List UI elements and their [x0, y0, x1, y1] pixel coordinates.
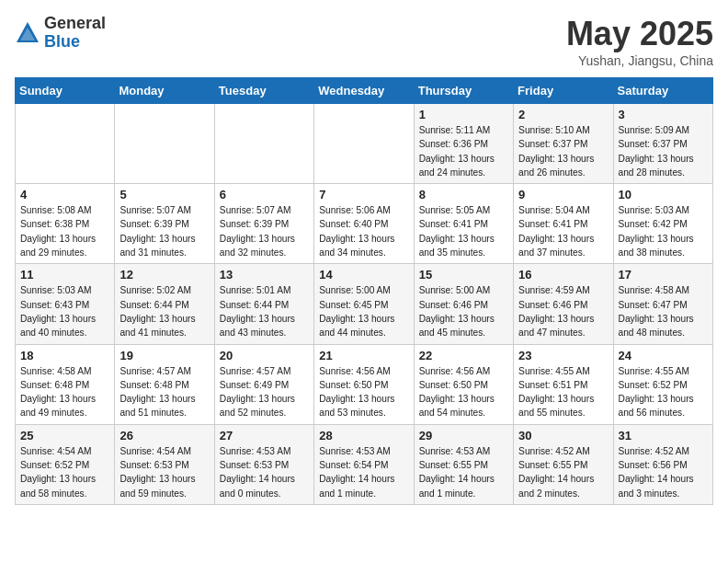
day-info: Sunrise: 5:11 AM Sunset: 6:36 PM Dayligh…: [419, 123, 508, 179]
day-info: Sunrise: 4:54 AM Sunset: 6:52 PM Dayligh…: [20, 444, 109, 500]
calendar-cell: 12Sunrise: 5:02 AM Sunset: 6:44 PM Dayli…: [115, 264, 214, 344]
day-number: 22: [419, 349, 508, 362]
logo-general: General: [44, 15, 106, 33]
day-info: Sunrise: 4:56 AM Sunset: 6:50 PM Dayligh…: [319, 364, 408, 420]
day-info: Sunrise: 5:10 AM Sunset: 6:37 PM Dayligh…: [518, 123, 608, 179]
weekday-header: Thursday: [414, 78, 513, 104]
day-info: Sunrise: 5:07 AM Sunset: 6:39 PM Dayligh…: [119, 203, 209, 259]
calendar-week-row: 18Sunrise: 4:58 AM Sunset: 6:48 PM Dayli…: [16, 344, 713, 424]
calendar-cell: 11Sunrise: 5:03 AM Sunset: 6:43 PM Dayli…: [16, 264, 115, 344]
location: Yushan, Jiangsu, China: [566, 53, 713, 68]
day-number: 7: [319, 188, 408, 201]
day-info: Sunrise: 5:05 AM Sunset: 6:41 PM Dayligh…: [419, 203, 508, 259]
logo: General Blue: [15, 15, 106, 52]
day-info: Sunrise: 4:53 AM Sunset: 6:55 PM Dayligh…: [419, 444, 508, 500]
day-info: Sunrise: 4:53 AM Sunset: 6:54 PM Dayligh…: [319, 444, 408, 500]
weekday-header: Saturday: [613, 78, 712, 104]
day-number: 11: [20, 268, 109, 282]
day-number: 21: [319, 349, 408, 362]
calendar-cell: 17Sunrise: 4:58 AM Sunset: 6:47 PM Dayli…: [613, 264, 712, 344]
day-info: Sunrise: 4:57 AM Sunset: 6:49 PM Dayligh…: [220, 364, 309, 420]
calendar-cell: [115, 104, 214, 184]
calendar-cell: 21Sunrise: 4:56 AM Sunset: 6:50 PM Dayli…: [314, 344, 414, 424]
calendar-cell: 7Sunrise: 5:06 AM Sunset: 6:40 PM Daylig…: [314, 184, 414, 264]
day-number: 15: [419, 268, 508, 282]
day-info: Sunrise: 4:59 AM Sunset: 6:46 PM Dayligh…: [518, 283, 608, 339]
calendar-cell: 6Sunrise: 5:07 AM Sunset: 6:39 PM Daylig…: [214, 184, 313, 264]
day-info: Sunrise: 4:56 AM Sunset: 6:50 PM Dayligh…: [419, 364, 508, 420]
day-number: 20: [220, 349, 309, 362]
month-title: May 2025: [566, 15, 713, 53]
day-number: 13: [220, 268, 309, 282]
day-number: 30: [518, 429, 608, 442]
calendar-cell: 1Sunrise: 5:11 AM Sunset: 6:36 PM Daylig…: [414, 104, 513, 184]
calendar-cell: 22Sunrise: 4:56 AM Sunset: 6:50 PM Dayli…: [414, 344, 513, 424]
weekday-header: Monday: [115, 78, 214, 104]
day-info: Sunrise: 4:52 AM Sunset: 6:55 PM Dayligh…: [518, 444, 608, 500]
logo-blue: Blue: [44, 33, 106, 52]
weekday-header: Tuesday: [214, 78, 313, 104]
calendar-cell: [314, 104, 414, 184]
day-info: Sunrise: 4:53 AM Sunset: 6:53 PM Dayligh…: [220, 444, 309, 500]
day-number: 12: [119, 268, 209, 282]
day-number: 17: [619, 268, 708, 282]
calendar-cell: 31Sunrise: 4:52 AM Sunset: 6:56 PM Dayli…: [613, 424, 712, 504]
calendar-week-row: 11Sunrise: 5:03 AM Sunset: 6:43 PM Dayli…: [16, 264, 713, 344]
calendar-cell: 29Sunrise: 4:53 AM Sunset: 6:55 PM Dayli…: [414, 424, 513, 504]
weekday-header: Wednesday: [314, 78, 414, 104]
calendar-body: 1Sunrise: 5:11 AM Sunset: 6:36 PM Daylig…: [16, 104, 713, 505]
calendar-cell: 30Sunrise: 4:52 AM Sunset: 6:55 PM Dayli…: [514, 424, 613, 504]
day-info: Sunrise: 5:01 AM Sunset: 6:44 PM Dayligh…: [220, 283, 309, 339]
day-number: 16: [518, 268, 608, 282]
day-info: Sunrise: 5:06 AM Sunset: 6:40 PM Dayligh…: [319, 203, 408, 259]
calendar-cell: 10Sunrise: 5:03 AM Sunset: 6:42 PM Dayli…: [613, 184, 712, 264]
day-number: 14: [319, 268, 408, 282]
day-number: 26: [119, 429, 209, 442]
calendar-cell: 14Sunrise: 5:00 AM Sunset: 6:45 PM Dayli…: [314, 264, 414, 344]
calendar-cell: 25Sunrise: 4:54 AM Sunset: 6:52 PM Dayli…: [16, 424, 115, 504]
calendar-week-row: 1Sunrise: 5:11 AM Sunset: 6:36 PM Daylig…: [16, 104, 713, 184]
calendar-cell: 13Sunrise: 5:01 AM Sunset: 6:44 PM Dayli…: [214, 264, 313, 344]
day-info: Sunrise: 5:08 AM Sunset: 6:38 PM Dayligh…: [20, 203, 109, 259]
day-info: Sunrise: 4:54 AM Sunset: 6:53 PM Dayligh…: [119, 444, 209, 500]
day-info: Sunrise: 4:55 AM Sunset: 6:52 PM Dayligh…: [619, 364, 708, 420]
calendar-cell: [16, 104, 115, 184]
calendar-cell: 19Sunrise: 4:57 AM Sunset: 6:48 PM Dayli…: [115, 344, 214, 424]
day-info: Sunrise: 5:00 AM Sunset: 6:45 PM Dayligh…: [319, 283, 408, 339]
calendar-cell: 28Sunrise: 4:53 AM Sunset: 6:54 PM Dayli…: [314, 424, 414, 504]
day-info: Sunrise: 5:07 AM Sunset: 6:39 PM Dayligh…: [220, 203, 309, 259]
calendar-cell: 3Sunrise: 5:09 AM Sunset: 6:37 PM Daylig…: [613, 104, 712, 184]
logo-text: General Blue: [44, 15, 106, 52]
day-number: 29: [419, 429, 508, 442]
day-info: Sunrise: 4:52 AM Sunset: 6:56 PM Dayligh…: [619, 444, 708, 500]
day-number: 27: [220, 429, 309, 442]
calendar-cell: 2Sunrise: 5:10 AM Sunset: 6:37 PM Daylig…: [514, 104, 613, 184]
calendar-cell: 16Sunrise: 4:59 AM Sunset: 6:46 PM Dayli…: [514, 264, 613, 344]
calendar-cell: 20Sunrise: 4:57 AM Sunset: 6:49 PM Dayli…: [214, 344, 313, 424]
day-number: 24: [619, 349, 708, 362]
calendar-week-row: 25Sunrise: 4:54 AM Sunset: 6:52 PM Dayli…: [16, 424, 713, 504]
day-info: Sunrise: 4:57 AM Sunset: 6:48 PM Dayligh…: [119, 364, 209, 420]
day-info: Sunrise: 4:58 AM Sunset: 6:48 PM Dayligh…: [20, 364, 109, 420]
calendar-cell: 15Sunrise: 5:00 AM Sunset: 6:46 PM Dayli…: [414, 264, 513, 344]
day-info: Sunrise: 5:09 AM Sunset: 6:37 PM Dayligh…: [619, 123, 708, 179]
day-number: 6: [220, 188, 309, 201]
header-row: SundayMondayTuesdayWednesdayThursdayFrid…: [16, 78, 713, 104]
day-number: 3: [619, 108, 708, 121]
day-info: Sunrise: 5:04 AM Sunset: 6:41 PM Dayligh…: [518, 203, 608, 259]
calendar-header: SundayMondayTuesdayWednesdayThursdayFrid…: [16, 78, 713, 104]
day-number: 18: [20, 349, 109, 362]
logo-icon: [15, 20, 40, 46]
day-number: 23: [518, 349, 608, 362]
weekday-header: Sunday: [16, 78, 115, 104]
calendar-cell: 9Sunrise: 5:04 AM Sunset: 6:41 PM Daylig…: [514, 184, 613, 264]
calendar-table: SundayMondayTuesdayWednesdayThursdayFrid…: [15, 77, 713, 505]
day-info: Sunrise: 5:02 AM Sunset: 6:44 PM Dayligh…: [119, 283, 209, 339]
day-number: 25: [20, 429, 109, 442]
day-info: Sunrise: 4:58 AM Sunset: 6:47 PM Dayligh…: [619, 283, 708, 339]
day-number: 28: [319, 429, 408, 442]
day-number: 31: [619, 429, 708, 442]
day-info: Sunrise: 5:00 AM Sunset: 6:46 PM Dayligh…: [419, 283, 508, 339]
page-header: General Blue May 2025 Yushan, Jiangsu, C…: [15, 15, 713, 68]
title-block: May 2025 Yushan, Jiangsu, China: [566, 15, 713, 68]
